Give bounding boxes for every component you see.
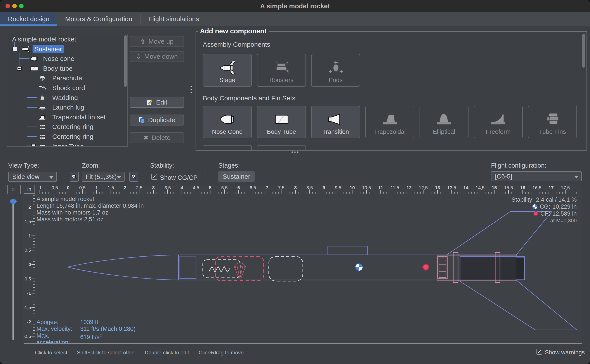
- rocket-figure-panel: in -1,5-1-0,500,511,522,533,544,555,566,…: [24, 185, 582, 344]
- svg-text:0,5: 0,5: [79, 185, 86, 190]
- svg-text:8: 8: [294, 185, 297, 190]
- tree-item-label: Launch lug: [50, 103, 86, 111]
- view-type-label: View Type:: [8, 162, 39, 169]
- cg-symbol[interactable]: [355, 263, 363, 271]
- zoom-level-select[interactable]: Fit (51,3%): [82, 172, 125, 182]
- nose-shoulder-outline[interactable]: [180, 256, 196, 279]
- tree-item-trapezoidal-fin-set[interactable]: Trapezoidal fin set: [7, 112, 127, 122]
- rocket-drawing: [67, 211, 577, 330]
- tile-label: Body Tube: [267, 128, 296, 135]
- tree-item-wadding[interactable]: Wadding: [7, 93, 127, 103]
- zoom-in-button[interactable]: [129, 172, 138, 182]
- show-cgcp-checkbox[interactable]: ✓: [151, 174, 157, 180]
- tree-expander[interactable]: [17, 66, 22, 71]
- engine-block-outline[interactable]: [438, 257, 447, 279]
- component-tile-elliptical: Elliptical: [420, 106, 469, 138]
- svg-text:16: 16: [520, 185, 525, 190]
- show-warnings-checkbox[interactable]: ✓: [536, 349, 542, 355]
- tree-item-shock-cord[interactable]: Shock cord: [7, 83, 127, 93]
- svg-text:14,5: 14,5: [476, 185, 485, 190]
- motor-nozzle-end[interactable]: [516, 257, 524, 279]
- motor[interactable]: [460, 257, 524, 280]
- component-tile-transition[interactable]: Transition: [311, 106, 360, 138]
- nose-cone-outline[interactable]: [67, 255, 179, 280]
- rotation-slider-track[interactable]: [13, 199, 14, 340]
- tree-item-centering-ring-9[interactable]: Centering ring: [7, 122, 127, 132]
- chevron-down-icon: [49, 176, 53, 179]
- cp-symbol[interactable]: [423, 264, 429, 270]
- horizontal-split-handle[interactable]: [291, 151, 299, 153]
- duplicate-button[interactable]: Duplicate: [130, 115, 184, 125]
- svg-text:1,5: 1,5: [25, 219, 31, 224]
- component-tile-trapezoidal: Trapezoidal: [365, 106, 414, 138]
- arrow-down-icon: ⇩: [136, 53, 141, 60]
- stage-toggle-sustainer[interactable]: Sustainer: [218, 171, 255, 182]
- tab-flight-simulations[interactable]: Flight simulations: [141, 12, 207, 26]
- tile-label: Tube Fins: [539, 128, 566, 135]
- tree-expander[interactable]: [31, 144, 36, 147]
- fin-bottom-outline[interactable]: [458, 280, 577, 330]
- component-tile-pods: Pods: [311, 54, 360, 87]
- tree-item-centering-ring-10[interactable]: Centering ring: [7, 132, 127, 141]
- component-tile-partial[interactable]: [203, 145, 252, 150]
- view-type-select[interactable]: Side view: [8, 172, 57, 182]
- svg-text:14: 14: [463, 185, 469, 190]
- tree-item-body-tube[interactable]: Body tube: [7, 64, 127, 73]
- tree-item-launch-lug[interactable]: Launch lug: [7, 103, 127, 112]
- tree-item-nose-cone[interactable]: Nose cone: [7, 54, 127, 64]
- nose-cone-icon: [29, 55, 39, 63]
- svg-text:9: 9: [322, 185, 325, 190]
- component-tile-partial[interactable]: [257, 145, 306, 150]
- component-tile-body-tube[interactable]: Body Tube: [257, 106, 306, 138]
- svg-text:13,5: 13,5: [447, 185, 456, 190]
- tab-rocket-design[interactable]: Rocket design: [0, 12, 57, 26]
- svg-text:3,5: 3,5: [164, 185, 171, 190]
- tree-item-label: Nose cone: [41, 55, 76, 63]
- vertical-split-handle[interactable]: [191, 86, 192, 93]
- tile-label: Stage: [219, 77, 235, 84]
- svg-text:-1: -1: [27, 291, 31, 296]
- tree-item-inner-tube[interactable]: Inner Tube: [7, 142, 127, 147]
- show-cgcp-label: Show CG/CP: [160, 174, 198, 181]
- delete-button[interactable]: ✖Delete: [130, 132, 184, 143]
- svg-text:1: 1: [28, 233, 31, 238]
- add-panel-scrollbar[interactable]: [582, 34, 585, 68]
- freeform-icon: [490, 111, 507, 128]
- launch-lug-icon: [38, 104, 47, 111]
- shock-cord-zigzag[interactable]: [209, 266, 230, 272]
- wadding-outline[interactable]: [269, 256, 303, 281]
- edit-button[interactable]: Edit: [130, 97, 184, 108]
- tree-expander[interactable]: [13, 47, 17, 51]
- status-hints: Click to selectShift+click to select oth…: [35, 350, 244, 356]
- tree-item-parachute[interactable]: Parachute: [7, 73, 127, 83]
- svg-text:-0,5: -0,5: [50, 185, 58, 190]
- svg-text:4,5: 4,5: [193, 185, 199, 190]
- cg-readout: CG:10,229 in: [512, 203, 577, 210]
- component-tile-nose-cone[interactable]: Nose Cone: [203, 106, 252, 138]
- centering-ring-icon: [38, 123, 47, 131]
- svg-text:8,5: 8,5: [306, 185, 313, 190]
- launch-lug-outline[interactable]: [328, 246, 367, 255]
- component-tile-stage[interactable]: Stage: [203, 54, 252, 87]
- tab-motors-configuration[interactable]: Motors & Configuration: [57, 12, 140, 26]
- centering-ring-outline[interactable]: [453, 253, 458, 283]
- cp-icon: [533, 211, 538, 216]
- tree-item-a-simple-model-rocket[interactable]: A simple model rocket: [7, 34, 127, 44]
- zoom-label: Zoom:: [82, 162, 100, 169]
- delete-x-icon: ✖: [143, 134, 148, 141]
- svg-text:6: 6: [237, 185, 240, 190]
- tree-item-sustainer[interactable]: Sustainer: [7, 44, 127, 54]
- flight-configuration-select[interactable]: [C6-5]: [491, 171, 582, 181]
- rotation-slider-knob[interactable]: [10, 199, 17, 204]
- move-up-button[interactable]: ⇧Move up: [130, 36, 184, 47]
- shock-cord-outline[interactable]: [203, 260, 240, 278]
- add-component-panel: Assembly ComponentsStageBoostersPodsBody…: [195, 31, 587, 150]
- tile-label: Boosters: [269, 77, 294, 84]
- svg-text:2: 2: [28, 204, 31, 209]
- wadding-icon: [38, 94, 47, 102]
- svg-text:10: 10: [350, 185, 355, 190]
- svg-text:-2,5: -2,5: [24, 334, 31, 339]
- zoom-out-button[interactable]: [70, 172, 79, 182]
- tree-item-label: Centering ring: [50, 132, 95, 141]
- move-down-button[interactable]: ⇩Move down: [130, 51, 184, 62]
